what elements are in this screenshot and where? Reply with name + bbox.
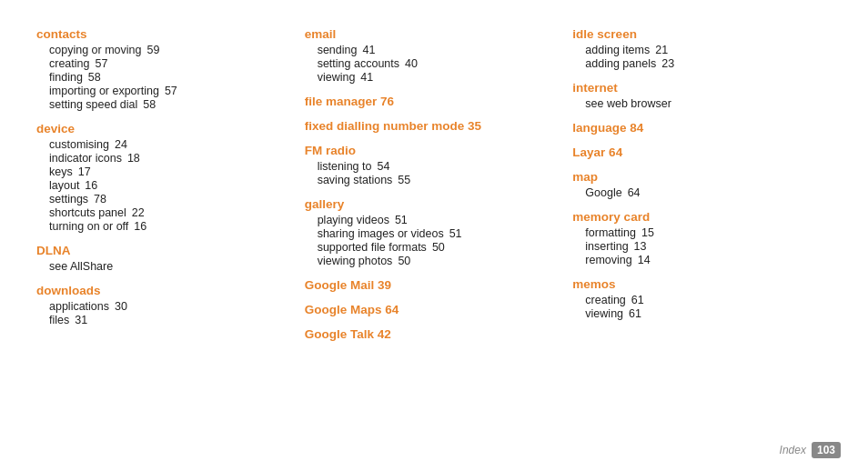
section-title-internet: internet <box>572 81 823 95</box>
entry-row: creating61 <box>572 294 823 306</box>
section-title-memos: memos <box>572 277 823 291</box>
section-title-contacts: contacts <box>36 27 287 41</box>
entry-number: 18 <box>127 152 140 165</box>
column-1: contactscopying or moving59creating57fin… <box>36 27 305 444</box>
entry-row: files31 <box>36 314 287 326</box>
entry-label: viewing <box>585 307 623 320</box>
entry-row: settings78 <box>36 193 287 205</box>
entry-number: 40 <box>405 57 418 70</box>
entry-number: 50 <box>398 255 410 267</box>
entry-row: adding panels23 <box>572 57 823 70</box>
entry-number: 78 <box>94 193 106 205</box>
footer-label: Index <box>780 444 806 456</box>
section-title-language: language 84 <box>572 121 823 135</box>
entry-row: finding58 <box>36 71 287 84</box>
entry-label: inserting <box>585 240 628 253</box>
entry-label: customising <box>49 138 109 151</box>
entry-number: 31 <box>75 314 87 326</box>
section-title-fm-radio: FM radio <box>305 144 555 157</box>
entry-row: setting speed dial58 <box>36 98 287 111</box>
entry-row: adding items21 <box>572 44 823 56</box>
entry-row: supported file formats50 <box>305 241 555 254</box>
entry-label: playing videos <box>318 214 389 226</box>
entry-label: indicator icons <box>49 152 122 165</box>
entry-row: importing or exporting57 <box>36 85 287 97</box>
entry-number: 21 <box>655 44 668 56</box>
column-2: emailsending41setting accounts40viewing4… <box>305 27 573 444</box>
entry-row: sharing images or videos51 <box>305 227 555 240</box>
entry-label: sharing images or videos <box>318 227 444 240</box>
entry-label: listening to <box>318 160 372 173</box>
entry-label: adding panels <box>585 57 656 70</box>
section-title-google-talk: Google Talk 42 <box>305 327 555 341</box>
section-title-dlna: DLNA <box>36 244 287 257</box>
entry-row: viewing41 <box>305 71 555 84</box>
entry-row: sending41 <box>305 44 555 56</box>
entry-number: 61 <box>631 294 644 306</box>
section-title-google-mail: Google Mail 39 <box>305 278 555 292</box>
entry-label: see web browser <box>585 97 671 110</box>
column-3: idle screenadding items21adding panels23… <box>572 27 841 444</box>
entry-number: 14 <box>638 254 651 266</box>
entry-row: turning on or off16 <box>36 220 287 233</box>
entry-row: formatting15 <box>572 226 823 239</box>
entry-number: 30 <box>115 300 127 313</box>
entry-label: viewing photos <box>318 255 393 267</box>
section-title-map: map <box>572 170 823 184</box>
section-title-file-manager: file manager 76 <box>305 95 555 108</box>
entry-number: 16 <box>85 179 97 192</box>
entry-number: 24 <box>115 138 127 151</box>
entry-number: 50 <box>432 241 445 254</box>
entry-label: keys <box>49 165 73 178</box>
entry-number: 55 <box>398 174 410 186</box>
entry-label: creating <box>49 57 89 70</box>
entry-row: shortcuts panel22 <box>36 206 287 219</box>
entry-number: 13 <box>634 240 647 253</box>
entry-number: 22 <box>132 206 145 219</box>
entry-label: settings <box>49 193 88 205</box>
entry-label: importing or exporting <box>49 85 159 97</box>
entry-number: 17 <box>78 165 91 178</box>
entry-label: formatting <box>585 226 636 239</box>
entry-row: keys17 <box>36 165 287 178</box>
entry-number: 41 <box>360 71 373 84</box>
entry-row: see web browser <box>572 97 823 110</box>
entry-number: 58 <box>88 71 101 84</box>
entry-number: 51 <box>449 227 462 240</box>
entry-label: saving stations <box>318 174 393 186</box>
entry-number: 64 <box>628 186 641 199</box>
entry-label: layout <box>49 179 79 192</box>
entry-row: copying or moving59 <box>36 44 287 56</box>
entry-row: playing videos51 <box>305 214 555 226</box>
section-title-layar: Layar 64 <box>572 145 823 159</box>
entry-label: see AllShare <box>49 260 113 273</box>
entry-row: see AllShare <box>36 260 287 273</box>
entry-row: setting accounts40 <box>305 57 555 70</box>
section-title-gallery: gallery <box>305 197 555 211</box>
entry-number: 51 <box>395 214 408 226</box>
entry-row: removing14 <box>572 254 823 266</box>
entry-number: 57 <box>95 57 107 70</box>
entry-row: viewing61 <box>572 307 823 320</box>
entry-number: 16 <box>134 220 146 233</box>
section-title-email: email <box>305 27 555 41</box>
page-content: contactscopying or moving59creating57fin… <box>0 0 868 471</box>
entry-row: indicator icons18 <box>36 152 287 165</box>
entry-number: 58 <box>143 98 156 111</box>
entry-number: 54 <box>377 160 389 173</box>
entry-row: inserting13 <box>572 240 823 253</box>
section-title-device: device <box>36 122 287 135</box>
entry-row: layout16 <box>36 179 287 192</box>
entry-label: Google <box>585 186 621 199</box>
entry-number: 59 <box>146 44 159 56</box>
section-title-downloads: downloads <box>36 284 287 297</box>
entry-label: finding <box>49 71 83 84</box>
entry-label: sending <box>318 44 358 56</box>
entry-number: 57 <box>165 85 177 97</box>
entry-label: setting speed dial <box>49 98 137 111</box>
entry-row: creating57 <box>36 57 287 70</box>
entry-label: setting accounts <box>318 57 399 70</box>
entry-row: viewing photos50 <box>305 255 555 267</box>
entry-number: 15 <box>641 226 654 239</box>
entry-row: saving stations55 <box>305 174 555 186</box>
